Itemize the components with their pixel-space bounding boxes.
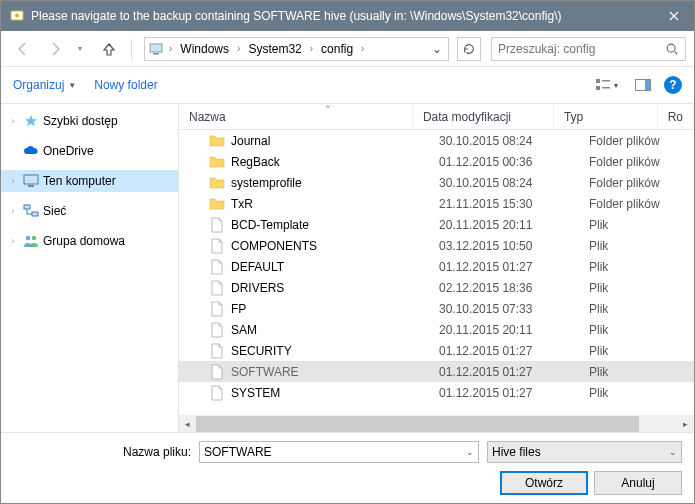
address-bar[interactable]: › Windows › System32 › config › ⌄ [144,37,449,61]
file-type: Folder plików [579,155,689,169]
file-date: 01.12.2015 01:27 [429,260,579,274]
close-button[interactable] [654,1,694,31]
horizontal-scrollbar[interactable]: ◂ ▸ [179,415,694,432]
help-button[interactable]: ? [664,76,682,94]
svg-point-1 [15,14,19,18]
expand-icon[interactable]: › [7,236,19,246]
recent-dropdown[interactable]: ▾ [73,35,87,63]
titlebar: Please navigate to the backup containing… [1,1,694,31]
file-type: Folder plików [579,134,689,148]
back-button[interactable] [9,35,37,63]
new-folder-button[interactable]: Nowy folder [94,78,157,92]
nav-quick-access[interactable]: › Szybki dostęp [1,110,178,132]
cancel-button[interactable]: Anuluj [594,471,682,495]
search-icon[interactable] [665,42,679,56]
chevron-right-icon[interactable]: › [306,43,317,54]
file-date: 30.10.2015 08:24 [429,134,579,148]
preview-pane-toggle[interactable] [628,73,658,97]
chevron-down-icon[interactable]: ⌄ [466,447,474,457]
scroll-left-icon[interactable]: ◂ [179,416,196,432]
breadcrumb-item[interactable]: System32 [244,38,305,60]
address-dropdown[interactable]: ⌄ [428,42,446,56]
svg-rect-11 [24,175,38,184]
column-header-name[interactable]: Nazwa [179,104,413,129]
chevron-down-icon[interactable]: ⌄ [669,447,677,457]
file-row[interactable]: Journal30.10.2015 08:24Folder plików [179,130,694,151]
file-row[interactable]: RegBack01.12.2015 00:36Folder plików [179,151,694,172]
nav-homegroup[interactable]: › Grupa domowa [1,230,178,252]
file-date: 01.12.2015 01:27 [429,365,579,379]
file-row[interactable]: SAM20.11.2015 20:11Plik [179,319,694,340]
view-options[interactable]: ▼ [592,73,622,97]
network-icon [23,203,39,219]
file-name: SAM [231,323,257,337]
file-row[interactable]: DEFAULT01.12.2015 01:27Plik [179,256,694,277]
organize-label: Organizuj [13,78,64,92]
file-name: BCD-Template [231,218,309,232]
file-icon [209,280,225,296]
file-date: 01.12.2015 01:27 [429,386,579,400]
file-row[interactable]: TxR21.11.2015 15:30Folder plików [179,193,694,214]
file-name: TxR [231,197,253,211]
svg-point-4 [667,44,675,52]
file-type: Plik [579,302,689,316]
open-label: Otwórz [525,476,563,490]
file-icon [209,259,225,275]
expand-icon[interactable]: › [7,206,19,216]
chevron-right-icon[interactable]: › [233,43,244,54]
scroll-track[interactable] [196,416,677,432]
file-name: Journal [231,134,270,148]
file-icon [209,385,225,401]
expand-icon[interactable]: › [7,176,19,186]
column-header-type[interactable]: Typ [554,104,658,129]
scroll-thumb[interactable] [196,416,639,432]
file-date: 02.12.2015 18:36 [429,281,579,295]
file-row[interactable]: SYSTEM01.12.2015 01:27Plik [179,382,694,403]
svg-rect-3 [153,53,159,55]
chevron-right-icon[interactable]: › [165,43,176,54]
svg-rect-14 [32,212,38,216]
column-header-date[interactable]: Data modyfikacji [413,104,554,129]
svg-point-15 [26,236,31,241]
folder-icon [209,196,225,212]
file-name: SECURITY [231,344,292,358]
nav-this-pc[interactable]: › Ten komputer [1,170,178,192]
file-icon [209,364,225,380]
cancel-label: Anuluj [621,476,654,490]
file-icon [209,301,225,317]
filename-combobox[interactable]: SOFTWARE ⌄ [199,441,479,463]
pc-icon [147,40,165,58]
folder-icon [209,175,225,191]
forward-button[interactable] [41,35,69,63]
search-input[interactable] [498,42,665,56]
nav-onedrive[interactable]: OneDrive [1,140,178,162]
file-row[interactable]: FP30.10.2015 07:33Plik [179,298,694,319]
file-date: 30.10.2015 08:24 [429,176,579,190]
nav-network[interactable]: › Sieć [1,200,178,222]
file-row[interactable]: SOFTWARE01.12.2015 01:27Plik [179,361,694,382]
open-button[interactable]: Otwórz [500,471,588,495]
window-title: Please navigate to the backup containing… [31,9,561,23]
refresh-button[interactable] [457,37,481,61]
file-type: Plik [579,323,689,337]
file-row[interactable]: DRIVERS02.12.2015 18:36Plik [179,277,694,298]
svg-point-16 [32,236,37,241]
search-box[interactable] [491,37,686,61]
organize-menu[interactable]: Organizuj ▼ [13,78,76,92]
chevron-right-icon[interactable]: › [357,43,368,54]
file-name: FP [231,302,246,316]
up-button[interactable] [95,35,123,63]
file-row[interactable]: COMPONENTS03.12.2015 10:50Plik [179,235,694,256]
expand-icon[interactable]: › [7,116,19,126]
file-name: SYSTEM [231,386,280,400]
column-header-size[interactable]: Ro [658,104,694,129]
file-row[interactable]: BCD-Template20.11.2015 20:11Plik [179,214,694,235]
file-date: 21.11.2015 15:30 [429,197,579,211]
scroll-right-icon[interactable]: ▸ [677,416,694,432]
breadcrumb-item[interactable]: config [317,38,357,60]
filetype-filter[interactable]: Hive files ⌄ [487,441,682,463]
breadcrumb-item[interactable]: Windows [176,38,233,60]
file-list[interactable]: Journal30.10.2015 08:24Folder plikówRegB… [179,130,694,415]
file-row[interactable]: SECURITY01.12.2015 01:27Plik [179,340,694,361]
file-row[interactable]: systemprofile30.10.2015 08:24Folder plik… [179,172,694,193]
